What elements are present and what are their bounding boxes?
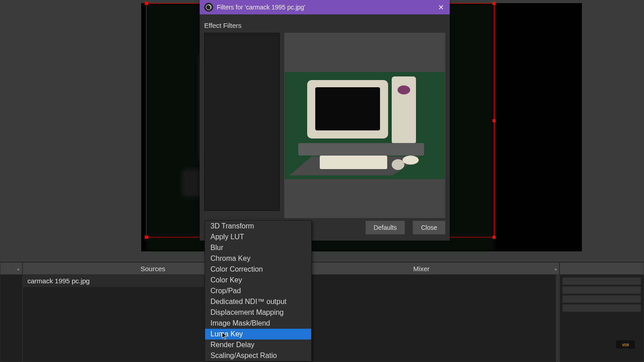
- mixer-title: Mixer: [413, 265, 430, 273]
- filter-preview-pane: [284, 33, 445, 218]
- menu-item[interactable]: Dedicated NDI™ output: [205, 296, 311, 307]
- menu-item[interactable]: Crop/Pad: [205, 286, 311, 296]
- menu-item[interactable]: Luma Key: [205, 329, 311, 340]
- preview-image: [285, 72, 445, 179]
- dialog-title: Filters for 'carmack 1995 pc.jpg': [217, 4, 305, 11]
- filter-list[interactable]: [204, 33, 280, 211]
- scrollbar[interactable]: [556, 275, 559, 362]
- svg-point-12: [398, 85, 410, 94]
- menu-item[interactable]: Image Mask/Blend: [205, 318, 311, 329]
- close-icon[interactable]: ✕: [434, 2, 447, 13]
- svg-rect-13: [298, 143, 424, 156]
- menu-item[interactable]: 3D Transform: [205, 221, 311, 232]
- add-filter-menu: 3D TransformApply LUTBlurChroma KeyColor…: [205, 220, 312, 362]
- menu-item[interactable]: Apply LUT: [205, 232, 311, 242]
- filters-dialog: Filters for 'carmack 1995 pc.jpg' ✕ Effe…: [200, 0, 450, 241]
- menu-item[interactable]: Displacement Mapping: [205, 307, 311, 318]
- defaults-button[interactable]: Defaults: [366, 221, 405, 234]
- svg-rect-15: [320, 156, 387, 169]
- vox-badge: vox: [616, 340, 635, 349]
- close-button[interactable]: Close: [413, 221, 445, 234]
- menu-item[interactable]: Color Key: [205, 275, 311, 286]
- scenes-dock: ▴: [0, 262, 22, 362]
- svg-point-17: [392, 159, 404, 170]
- dock-row: ▴ Sources carmack 1995 pc.jpg Mixer▴: [0, 262, 644, 362]
- menu-item[interactable]: Scaling/Aspect Ratio: [205, 350, 311, 361]
- menu-item[interactable]: Chroma Key: [205, 253, 311, 264]
- dock-handle-icon[interactable]: ▴: [17, 266, 19, 271]
- obs-icon: [204, 3, 213, 12]
- svg-point-16: [402, 156, 419, 165]
- menu-item[interactable]: Color Correction: [205, 264, 311, 275]
- svg-rect-10: [315, 87, 380, 130]
- dock-handle-icon[interactable]: ▴: [555, 266, 557, 271]
- mixer-dock: Mixer▴: [283, 262, 559, 362]
- menu-item[interactable]: Render Delay: [205, 340, 311, 350]
- effect-filters-label: Effect Filters: [204, 19, 445, 33]
- dialog-titlebar[interactable]: Filters for 'carmack 1995 pc.jpg' ✕: [200, 0, 450, 14]
- menu-item[interactable]: Blur: [205, 242, 311, 253]
